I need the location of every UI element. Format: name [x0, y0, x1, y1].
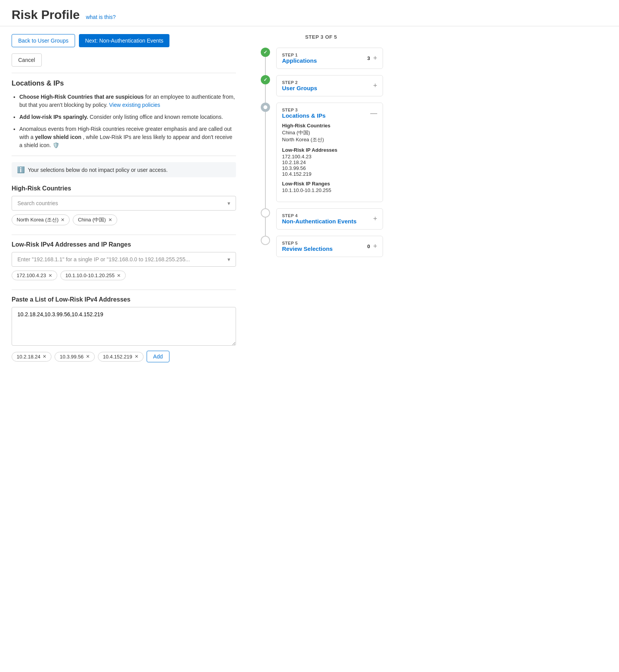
add-row: 10.2.18.24 ✕ 10.3.99.56 ✕ 10.4.152.219 ✕…: [12, 351, 236, 362]
step-line-4: [265, 218, 266, 236]
tag-paste-1: 10.2.18.24 ✕: [12, 352, 51, 362]
paste-textarea[interactable]: 10.2.18.24,10.3.99.56,10.4.152.219: [12, 307, 236, 346]
step-5-label: STEP 5: [282, 241, 333, 245]
tag-label: 10.3.99.56: [60, 354, 83, 360]
remove-ip-range-1-button[interactable]: ✕: [117, 273, 121, 278]
step-3-label: STEP 3: [282, 108, 326, 112]
step-dot-icon: [263, 105, 267, 109]
step-4-card: STEP 4 Non-Authentication Events +: [276, 208, 383, 230]
chevron-down-icon: ▾: [227, 200, 230, 206]
remove-north-korea-button[interactable]: ✕: [61, 217, 65, 223]
high-risk-value-1: China (中国): [282, 129, 377, 136]
low-risk-tags: 172.100.4.23 ✕ 10.1.10.0-10.1.20.255 ✕: [12, 271, 236, 280]
high-risk-value-2: North Korea (조선): [282, 136, 377, 143]
step-2-circle: ✓: [261, 75, 270, 84]
remove-paste-2-button[interactable]: ✕: [86, 354, 90, 359]
remove-paste-1-button[interactable]: ✕: [43, 354, 46, 359]
step-2-name[interactable]: User Groups: [282, 85, 317, 91]
low-risk-ip-label: Low-Risk IP Addresses: [282, 147, 377, 153]
remove-paste-3-button[interactable]: ✕: [135, 354, 139, 359]
remove-ip-1-button[interactable]: ✕: [48, 273, 52, 278]
step-5-name[interactable]: Review Selections: [282, 245, 333, 252]
step-3-collapse-button[interactable]: —: [370, 109, 377, 117]
tag-label: 10.2.18.24: [17, 354, 40, 360]
tag-paste-3: 10.4.152.219 ✕: [98, 352, 144, 362]
step-4-name[interactable]: Non-Authentication Events: [282, 218, 357, 225]
bullet-bold-2: Add low-risk IPs sparingly.: [19, 114, 88, 120]
tag-ip-1: 172.100.4.23 ✕: [12, 271, 57, 280]
step-4-expand-button[interactable]: +: [373, 215, 377, 223]
step-2-card: STEP 2 User Groups +: [276, 75, 383, 96]
list-item: Anomalous events from High-Risk countrie…: [19, 125, 236, 149]
tag-north-korea: North Korea (조선) ✕: [12, 214, 70, 225]
ip-placeholder: Enter "192.168.1.1" for a single IP or "…: [17, 256, 190, 262]
step-5-expand-button[interactable]: +: [373, 242, 377, 250]
step-1-card: STEP 1 Applications 3 +: [276, 48, 383, 69]
divider-3: [12, 235, 236, 235]
bullet-bold-3: yellow shield icon: [35, 134, 81, 140]
low-risk-range-label: Low-Risk IP Ranges: [282, 181, 377, 187]
low-risk-ip-value-3: 10.3.99.56: [282, 165, 377, 171]
high-risk-title: High-Risk Countries: [12, 185, 236, 192]
divider-4: [12, 290, 236, 290]
low-risk-ip-value-2: 10.2.18.24: [282, 159, 377, 165]
tag-label: 10.4.152.219: [103, 354, 132, 360]
low-risk-range-value-1: 10.1.10.0-10.1.20.255: [282, 187, 377, 193]
step-2-row: ✓ STEP 2 User Groups: [259, 75, 383, 103]
high-risk-countries-label: High-Risk Countries: [282, 123, 377, 129]
low-risk-ipv4-section: Low-Risk IPv4 Addresses and IP Ranges En…: [12, 241, 236, 280]
add-button[interactable]: Add: [147, 351, 169, 362]
step-4-label: STEP 4: [282, 213, 357, 218]
high-risk-tags: North Korea (조선) ✕ China (中国) ✕: [12, 214, 236, 225]
step-1-count: 3: [367, 55, 370, 61]
step-3-card: STEP 3 Locations & IPs — High-Ris: [276, 103, 383, 202]
chevron-down-icon: ▾: [227, 256, 230, 262]
page-title: Risk Profile: [12, 8, 80, 22]
step-5-card: STEP 5 Review Selections 0 +: [276, 236, 383, 257]
list-item: Choose High-Risk Countries that are susp…: [19, 93, 236, 109]
list-item: Add low-risk IPs sparingly. Consider onl…: [19, 113, 236, 121]
bullet-text-2: Consider only listing office and known r…: [90, 114, 223, 120]
info-icon: ℹ️: [17, 166, 25, 173]
tag-ip-range-1: 10.1.10.0-10.1.20.255 ✕: [60, 271, 126, 280]
step-1-name[interactable]: Applications: [282, 57, 317, 64]
paste-section: Paste a List of Low-Risk IPv4 Addresses …: [12, 296, 236, 362]
back-button[interactable]: Back to User Groups: [12, 34, 75, 47]
tag-label: North Korea (조선): [17, 216, 58, 223]
section-title: Locations & IPs: [12, 79, 236, 87]
high-risk-section: High-Risk Countries Search countries ▾ N…: [12, 185, 236, 225]
step-5-circle: [261, 236, 270, 245]
view-policies-link[interactable]: View existing policies: [109, 102, 160, 108]
divider-2: [12, 156, 236, 156]
step-1-label: STEP 1: [282, 53, 317, 57]
step-1-row: ✓ STEP 1 Applications: [259, 48, 383, 75]
tag-china: China (中国) ✕: [73, 214, 117, 225]
step-2-expand-button[interactable]: +: [373, 82, 377, 90]
step-4-row: STEP 4 Non-Authentication Events +: [259, 208, 383, 236]
tag-paste-2: 10.3.99.56 ✕: [55, 352, 94, 362]
step-line-3: [265, 112, 266, 208]
remove-china-button[interactable]: ✕: [108, 217, 112, 223]
step-3-name[interactable]: Locations & IPs: [282, 112, 326, 119]
paste-title: Paste a List of Low-Risk IPv4 Addresses: [12, 296, 236, 303]
step-1-expand-button[interactable]: +: [373, 54, 377, 62]
cancel-button[interactable]: Cancel: [12, 53, 42, 67]
low-risk-ip-value-1: 172.100.4.23: [282, 154, 377, 159]
ip-input-field[interactable]: Enter "192.168.1.1" for a single IP or "…: [12, 252, 236, 267]
checkmark-icon: ✓: [263, 77, 267, 82]
low-risk-ip-value-4: 10.4.152.219: [282, 171, 377, 177]
step-3-circle: [261, 103, 270, 112]
info-box: ℹ️ Your selections below do not impact p…: [12, 162, 236, 177]
tag-label: 10.1.10.0-10.1.20.255: [65, 273, 115, 278]
country-search-dropdown[interactable]: Search countries ▾: [12, 196, 236, 211]
step-line-1: [265, 57, 266, 75]
info-text: Your selections below do not impact poli…: [28, 167, 168, 173]
next-button[interactable]: Next: Non-Authentication Events: [79, 34, 169, 47]
step-3-details: High-Risk Countries China (中国) North Kor…: [282, 123, 377, 193]
checkmark-icon: ✓: [263, 50, 267, 55]
step-5-count: 0: [367, 243, 370, 249]
what-is-this-link[interactable]: what is this?: [86, 14, 116, 20]
stepper: ✓ STEP 1 Applications: [259, 48, 383, 257]
tag-label: 172.100.4.23: [17, 273, 46, 278]
bullet-bold-1: Choose High-Risk Countries that are susp…: [19, 94, 144, 100]
